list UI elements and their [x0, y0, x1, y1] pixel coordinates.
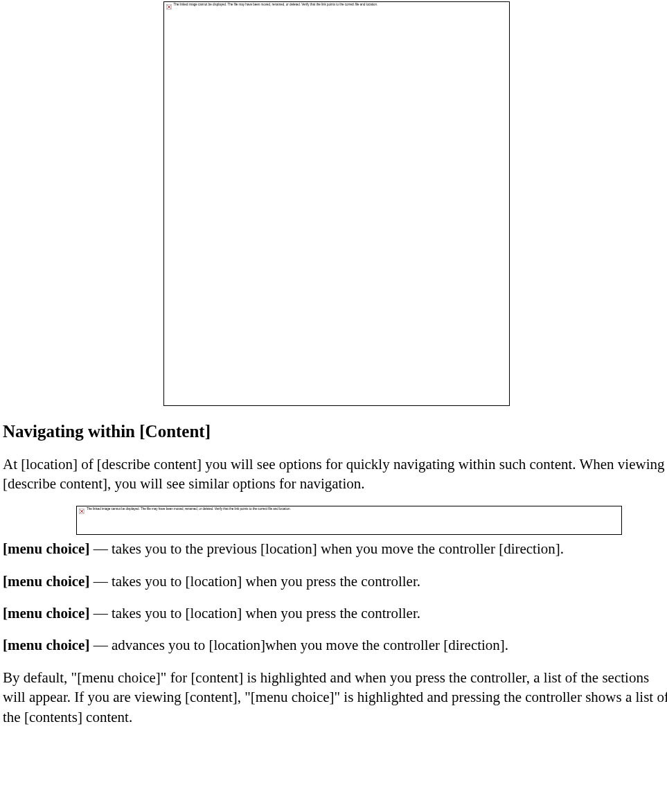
broken-image-icon: [166, 4, 172, 10]
closing-paragraph: By default, "[menu choice]" for [content…: [3, 668, 667, 727]
menu-choice-desc: — takes you to [location] when you press…: [89, 573, 420, 590]
intro-paragraph: At [location] of [describe content] you …: [3, 454, 667, 494]
menu-choice-label: [menu choice]: [3, 605, 89, 621]
menu-choice-line: [menu choice] — takes you to the previou…: [3, 539, 667, 558]
menu-choice-line: [menu choice] — advances you to [locatio…: [3, 635, 667, 655]
menu-choice-label: [menu choice]: [3, 573, 89, 590]
menu-choice-desc: — takes you to the previous [location] w…: [89, 540, 564, 557]
missing-image-small: The linked image cannot be displayed. Th…: [76, 506, 622, 535]
menu-choice-desc: — takes you to [location] when you press…: [89, 605, 420, 621]
menu-choice-line: [menu choice] — takes you to [location] …: [3, 572, 667, 591]
menu-choice-line: [menu choice] — takes you to [location] …: [3, 603, 667, 623]
section-heading: Navigating within [Content]: [3, 420, 667, 443]
missing-image-alt-text: The linked image cannot be displayed. Th…: [174, 3, 378, 7]
menu-choice-label: [menu choice]: [3, 637, 89, 653]
menu-choice-label: [menu choice]: [3, 540, 89, 557]
broken-image-icon: [79, 509, 85, 514]
menu-choice-desc: — advances you to [location]when you mov…: [89, 637, 508, 653]
missing-image-alt-text: The linked image cannot be displayed. Th…: [87, 508, 291, 511]
missing-image-large: The linked image cannot be displayed. Th…: [163, 1, 510, 406]
